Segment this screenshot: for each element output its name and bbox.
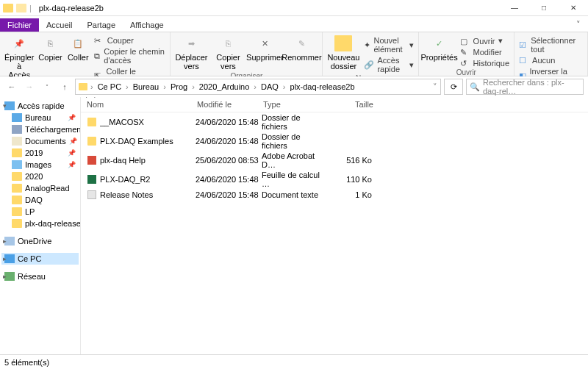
sidebar-cepc[interactable]: ▸Ce PC bbox=[1, 253, 79, 265]
pin-icon: 📌 bbox=[68, 114, 76, 121]
folder-icon bbox=[87, 137, 96, 146]
file-type: Dossier de fichiers bbox=[262, 132, 328, 150]
folder-icon bbox=[12, 184, 22, 193]
breadcrumb-segment[interactable]: Prog bbox=[169, 82, 189, 91]
sidebar-item-label: LP bbox=[25, 207, 35, 216]
sidebar-network[interactable]: ▸Réseau bbox=[1, 271, 79, 282]
recent-button[interactable]: ˅ bbox=[40, 79, 54, 94]
refresh-button[interactable]: ⟳ bbox=[444, 79, 463, 95]
sidebar-item-label: Images bbox=[25, 160, 51, 169]
folder-icon bbox=[12, 125, 22, 134]
delete-button[interactable]: ✕Supprimer bbox=[247, 34, 282, 72]
file-name: plx-daq Help bbox=[100, 156, 196, 165]
sidebar: ▾Accès rapide Bureau📌Téléchargements📌Doc… bbox=[0, 97, 81, 354]
copy-path-button[interactable]: ⧉Copier le chemin d'accès bbox=[93, 46, 168, 65]
select-none-button[interactable]: ☐Aucun bbox=[517, 55, 584, 65]
folder-icon bbox=[12, 160, 22, 169]
close-button[interactable]: ✕ bbox=[559, 0, 588, 16]
txt-icon bbox=[87, 190, 96, 199]
chevron-right-icon: ▸ bbox=[3, 255, 7, 262]
col-type[interactable]: Type bbox=[263, 100, 329, 109]
pdf-icon bbox=[87, 156, 96, 165]
breadcrumb-dropdown[interactable]: ˅ bbox=[433, 82, 437, 92]
forward-button[interactable]: → bbox=[22, 79, 37, 94]
file-row[interactable]: PLX-DAQ_R224/06/2020 15:48Feuille de cal… bbox=[81, 170, 588, 189]
sidebar-onedrive[interactable]: ▸OneDrive bbox=[1, 235, 79, 247]
ribbon-collapse-button[interactable]: ˅ bbox=[569, 18, 588, 32]
column-headers[interactable]: Nom Modifié le Type Taille bbox=[81, 97, 588, 112]
new-folder-button[interactable]: Nouveau dossier bbox=[326, 34, 361, 74]
tab-view[interactable]: Affichage bbox=[123, 18, 171, 32]
sidebar-item[interactable]: 2019📌 bbox=[1, 147, 79, 159]
move-to-button[interactable]: ➡Déplacer vers bbox=[173, 34, 209, 72]
cut-button[interactable]: ✂Couper bbox=[93, 35, 168, 46]
window-folder-icon-2 bbox=[16, 4, 26, 12]
sidebar-item[interactable]: Documents📌 bbox=[1, 135, 79, 147]
sidebar-item[interactable]: LP bbox=[1, 206, 79, 218]
tab-share[interactable]: Partage bbox=[79, 18, 123, 32]
sidebar-item-label: 2020 bbox=[25, 172, 43, 181]
file-size: 110 Ko bbox=[328, 175, 372, 184]
file-row[interactable]: plx-daq Help25/06/2020 08:53Adobe Acroba… bbox=[81, 151, 588, 170]
breadcrumb-segment[interactable]: DAQ bbox=[259, 82, 280, 91]
copy-to-button[interactable]: ⎘Copier vers bbox=[210, 34, 245, 72]
breadcrumb-segment[interactable]: 2020_Arduino bbox=[198, 82, 251, 91]
breadcrumb-segment[interactable]: Bureau bbox=[132, 82, 160, 91]
new-item-button[interactable]: ✦Nouvel élément ▾ bbox=[362, 35, 415, 54]
moveto-icon: ➡ bbox=[182, 35, 200, 51]
select-all-button[interactable]: ☑Sélectionner tout bbox=[517, 35, 584, 54]
properties-button[interactable]: ✓Propriétés bbox=[422, 34, 457, 68]
paste-icon: 📋 bbox=[69, 35, 87, 51]
breadcrumb[interactable]: › Ce PC › Bureau › Prog › 2020_Arduino ›… bbox=[75, 79, 441, 95]
sidebar-item[interactable]: 2020 bbox=[1, 171, 79, 182]
up-button[interactable]: ↑ bbox=[57, 79, 72, 94]
folder-icon bbox=[12, 219, 22, 228]
sidebar-item[interactable]: AnalogRead bbox=[1, 182, 79, 194]
sidebar-item[interactable]: Images📌 bbox=[1, 159, 79, 171]
open-icon: ▢ bbox=[460, 37, 470, 46]
file-modified: 25/06/2020 08:53 bbox=[196, 156, 262, 165]
folder-icon bbox=[12, 172, 22, 181]
col-size[interactable]: Taille bbox=[329, 100, 373, 109]
file-row[interactable]: Release Notes24/06/2020 15:48Document te… bbox=[81, 189, 588, 201]
pin-icon: 📌 bbox=[69, 137, 77, 145]
chevron-right-icon: ▸ bbox=[3, 273, 7, 280]
sidebar-item[interactable]: Téléchargements📌 bbox=[1, 123, 79, 135]
status-text: 5 élément(s) bbox=[4, 358, 49, 367]
minimize-button[interactable]: — bbox=[500, 0, 529, 16]
folder-icon bbox=[12, 207, 22, 216]
chevron-right-icon: › bbox=[190, 82, 196, 91]
chevron-right-icon: › bbox=[124, 82, 130, 91]
tab-file[interactable]: Fichier bbox=[0, 18, 39, 32]
edit-button[interactable]: ✎Modifier bbox=[459, 47, 512, 57]
col-modified[interactable]: Modifié le bbox=[197, 100, 263, 109]
file-name: __MACOSX bbox=[100, 118, 196, 126]
col-name[interactable]: Nom bbox=[87, 100, 197, 109]
copy-icon: ⎘ bbox=[42, 35, 60, 51]
breadcrumb-segment[interactable]: plx-daq-release2b bbox=[289, 82, 356, 91]
open-button[interactable]: ▢Ouvrir ▾ bbox=[459, 35, 512, 46]
sidebar-quick-access[interactable]: ▾Accès rapide bbox=[1, 100, 79, 112]
sidebar-item[interactable]: Bureau📌 bbox=[1, 112, 79, 123]
sidebar-item[interactable]: plx-daq-release2b bbox=[1, 218, 79, 229]
window-title: plx-daq-release2b bbox=[39, 4, 104, 12]
selectnone-icon: ☐ bbox=[519, 56, 529, 65]
new-folder-icon bbox=[334, 35, 352, 51]
history-icon: ↺ bbox=[460, 59, 470, 68]
back-button[interactable]: ← bbox=[4, 79, 19, 94]
rename-button[interactable]: ✎Renommer bbox=[284, 34, 319, 72]
sidebar-item-label: Bureau bbox=[25, 113, 51, 122]
breadcrumb-segment[interactable]: Ce PC bbox=[96, 82, 123, 91]
maximize-button[interactable]: □ bbox=[529, 0, 559, 16]
file-type: Dossier de fichiers bbox=[262, 113, 328, 131]
search-input[interactable]: 🔍 Rechercher dans : plx-daq-rel… bbox=[466, 79, 584, 95]
file-row[interactable]: __MACOSX24/06/2020 15:48Dossier de fichi… bbox=[81, 112, 588, 132]
chevron-right-icon: › bbox=[162, 82, 168, 91]
history-button[interactable]: ↺Historique bbox=[459, 58, 512, 68]
easy-access-button[interactable]: 🔗Accès rapide ▾ bbox=[362, 55, 415, 74]
file-name: PLX-DAQ_R2 bbox=[100, 175, 196, 184]
tab-home[interactable]: Accueil bbox=[39, 18, 79, 32]
sidebar-item[interactable]: DAQ bbox=[1, 194, 79, 206]
file-row[interactable]: PLX-DAQ Examples24/06/2020 15:48Dossier … bbox=[81, 132, 588, 151]
file-size: 1 Ko bbox=[328, 190, 372, 199]
